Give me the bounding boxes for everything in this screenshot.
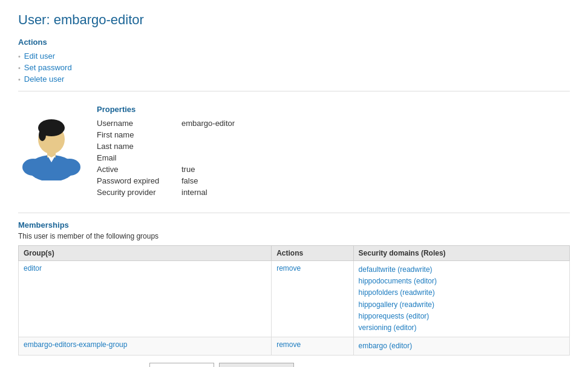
divider-2: [18, 213, 570, 213]
set-password-link[interactable]: Set password: [24, 63, 72, 72]
security-domain-link[interactable]: hipporequests (editor): [359, 311, 564, 322]
group-select[interactable]: Choose One: [149, 363, 214, 367]
prop-label-username: Username: [97, 119, 181, 128]
prop-label-security-provider: Security provider: [97, 188, 181, 197]
properties-heading: Properties: [97, 105, 570, 114]
table-header-row: Group(s) Actions Security domains (Roles…: [19, 246, 570, 261]
col-security-domains: Security domains (Roles): [353, 246, 569, 261]
prop-password-expired: Password expired false: [97, 176, 570, 185]
prop-value-username: embargo-editor: [181, 119, 235, 128]
actions-heading: Actions: [18, 38, 570, 47]
security-domain-link[interactable]: hippodocuments (editor): [359, 276, 564, 287]
prop-email: Email: [97, 153, 570, 162]
svg-point-4: [39, 129, 46, 141]
prop-firstname: First name: [97, 130, 570, 139]
svg-point-7: [59, 159, 80, 176]
prop-active: Active true: [97, 165, 570, 174]
security-domain-link[interactable]: versioning (editor): [359, 322, 564, 334]
add-membership-row: Make this user member of the group Choos…: [18, 363, 570, 367]
action-item-delete-user[interactable]: Delete user: [18, 74, 570, 84]
prop-label-active: Active: [97, 165, 181, 174]
prop-label-firstname: First name: [97, 130, 181, 139]
svg-point-6: [22, 159, 44, 176]
group-link[interactable]: embargo-editors-example-group: [24, 340, 127, 349]
security-domain-link[interactable]: defaultwrite (readwrite): [359, 264, 564, 276]
prop-value-active: true: [181, 165, 195, 174]
prop-username: Username embargo-editor: [97, 119, 570, 128]
col-groups: Group(s): [19, 246, 272, 261]
security-domain-link[interactable]: embargo (editor): [359, 340, 564, 352]
action-remove-link[interactable]: remove: [276, 264, 301, 273]
table-row: editorremovedefaultwrite (readwrite)hipp…: [19, 261, 570, 337]
group-link[interactable]: editor: [24, 264, 42, 273]
table-row: embargo-editors-example-groupremoveembar…: [19, 337, 570, 355]
action-remove-link[interactable]: remove: [276, 340, 301, 349]
prop-value-password-expired: false: [181, 176, 198, 185]
prop-label-email: Email: [97, 153, 181, 162]
prop-security-provider: Security provider internal: [97, 188, 570, 197]
edit-user-link[interactable]: Edit user: [24, 51, 55, 61]
avatar: [21, 108, 82, 180]
page-title: User: embargo-editor: [18, 12, 570, 28]
memberships-heading: Memberships: [18, 220, 570, 230]
properties-section: Properties Username embargo-editor First…: [18, 99, 570, 205]
action-item-set-password[interactable]: Set password: [18, 63, 570, 72]
security-domain-link[interactable]: hippofolders (readwrite): [359, 287, 564, 299]
avatar-container: [18, 105, 85, 183]
divider-1: [18, 91, 570, 91]
delete-user-link[interactable]: Delete user: [24, 74, 64, 84]
memberships-description: This user is member of the following gro…: [18, 232, 570, 240]
prop-label-password-expired: Password expired: [97, 176, 181, 185]
prop-value-security-provider: internal: [181, 188, 207, 197]
actions-list: Edit user Set password Delete user: [18, 51, 570, 84]
action-item-edit-user[interactable]: Edit user: [18, 51, 570, 61]
col-actions: Actions: [272, 246, 353, 261]
prop-lastname: Last name: [97, 142, 570, 151]
security-domain-link[interactable]: hippogallery (readwrite): [359, 299, 564, 311]
properties-table: Properties Username embargo-editor First…: [97, 105, 570, 199]
memberships-section: Memberships This user is member of the f…: [18, 220, 570, 367]
add-membership-button[interactable]: Add membership: [219, 363, 294, 367]
memberships-table: Group(s) Actions Security domains (Roles…: [18, 245, 570, 355]
actions-section: Actions Edit user Set password Delete us…: [18, 38, 570, 84]
prop-label-lastname: Last name: [97, 142, 181, 151]
